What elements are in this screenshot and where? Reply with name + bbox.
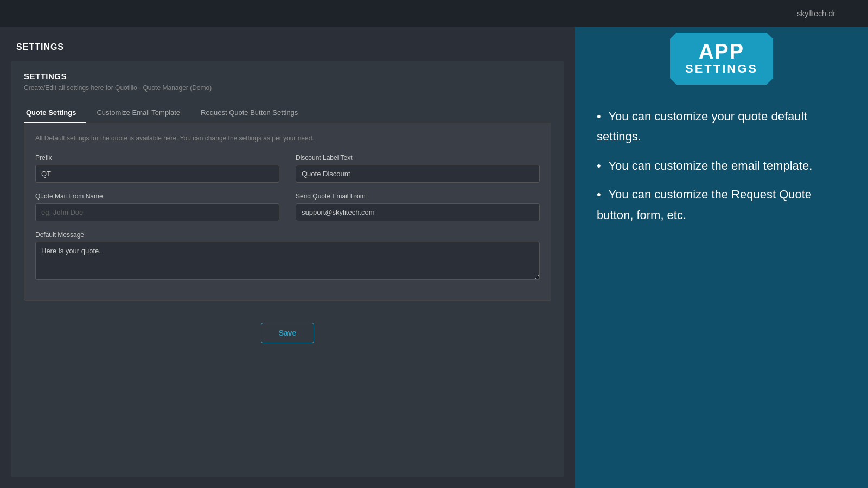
mail-from-name-label: Quote Mail From Name — [35, 192, 279, 200]
main-layout: SETTINGS SETTINGS Create/Edit all settin… — [0, 27, 868, 488]
prefix-input[interactable] — [35, 165, 279, 183]
default-message-textarea[interactable]: Here is your quote. — [35, 242, 540, 280]
form-row-3: Default Message Here is your quote. — [35, 231, 540, 280]
right-sidebar: APP SETTINGS • You can customize your qu… — [575, 27, 868, 488]
discount-label-label: Discount Label Text — [296, 154, 540, 162]
bullet-dot-3: • — [597, 188, 601, 201]
form-row-1: Prefix Discount Label Text — [35, 154, 540, 183]
bullet-item-2: • You can customize the email template. — [597, 156, 846, 176]
top-bar: skylltech-dr — [0, 0, 868, 27]
left-area: SETTINGS SETTINGS Create/Edit all settin… — [0, 27, 575, 488]
app-settings-logo: APP SETTINGS — [597, 27, 846, 85]
form-group-mail-from-name: Quote Mail From Name — [35, 192, 279, 221]
logo-right-arrow — [773, 43, 785, 74]
logo-box: APP SETTINGS — [670, 33, 773, 85]
prefix-label: Prefix — [35, 154, 279, 162]
bullet-list: • You can customize your quote default s… — [597, 106, 846, 234]
default-message-label: Default Message — [35, 231, 540, 239]
form-group-send-email-from: Send Quote Email From — [296, 192, 540, 221]
page-title: SETTINGS — [16, 42, 559, 52]
discount-label-input[interactable] — [296, 165, 540, 183]
bullet-dot-1: • — [597, 110, 601, 123]
logo-settings-text: SETTINGS — [685, 62, 758, 76]
tab-info-text: All Default settings for the quote is av… — [35, 134, 540, 143]
form-group-discount-label: Discount Label Text — [296, 154, 540, 183]
username: skylltech-dr — [797, 9, 835, 18]
page-title-bar: SETTINGS — [0, 27, 575, 61]
tab-quote-settings[interactable]: Quote Settings — [24, 103, 86, 123]
save-bar: Save — [24, 312, 551, 359]
settings-panel: SETTINGS Create/Edit all settings here f… — [11, 61, 564, 477]
send-email-from-label: Send Quote Email From — [296, 192, 540, 200]
bullet-dot-2: • — [597, 159, 601, 172]
panel-title: SETTINGS — [24, 72, 551, 81]
save-button[interactable]: Save — [261, 323, 315, 343]
form-group-default-message: Default Message Here is your quote. — [35, 231, 540, 280]
mail-from-name-input[interactable] — [35, 203, 279, 221]
send-email-from-input[interactable] — [296, 203, 540, 221]
bullet-item-3: • You can customize the Request Quote bu… — [597, 184, 846, 225]
tab-quote-button[interactable]: Request Quote Button Settings — [199, 103, 308, 123]
logo-app-text: APP — [685, 41, 758, 62]
form-row-2: Quote Mail From Name Send Quote Email Fr… — [35, 192, 540, 221]
panel-subtitle: Create/Edit all settings here for Quotil… — [24, 84, 551, 92]
tab-email-template[interactable]: Customize Email Template — [94, 103, 190, 123]
tab-content: All Default settings for the quote is av… — [24, 123, 551, 301]
logo-left-arrow — [658, 43, 670, 74]
bullet-item-1: • You can customize your quote default s… — [597, 106, 846, 147]
form-group-prefix: Prefix — [35, 154, 279, 183]
tabs: Quote Settings Customize Email Template … — [24, 102, 551, 123]
